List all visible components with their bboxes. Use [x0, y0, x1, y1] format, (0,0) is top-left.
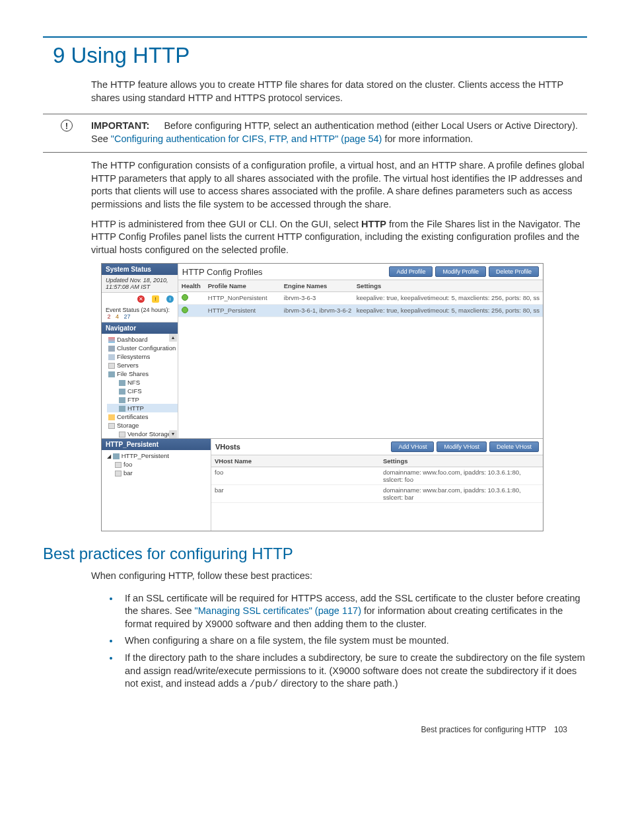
- delete-profile-button[interactable]: Delete Profile: [489, 266, 539, 277]
- top-rule: [43, 36, 587, 38]
- important-body: IMPORTANT: Before configuring HTTP, sele…: [91, 120, 587, 145]
- health-ok-icon: [182, 307, 188, 313]
- admin-paragraph: HTTP is administered from thee GUI or CL…: [91, 218, 587, 257]
- settings-cell: keepalive: true, keepalivetimeout: 5, ma…: [353, 292, 543, 304]
- admin-text-before: HTTP is administered from thee GUI or CL…: [91, 219, 361, 229]
- profile-row[interactable]: HTTP_NonPersistent ibrvm-3-6-3 keepalive…: [178, 292, 543, 305]
- vhosts-title: VHosts: [215, 443, 388, 451]
- gui-screenshot: System Status Updated Nov. 18, 2010, 11:…: [101, 263, 543, 531]
- nav-storage[interactable]: Storage: [107, 421, 178, 430]
- navigator-header: Navigator: [102, 323, 178, 334]
- list-item: If an SSL certificate will be required f…: [120, 592, 587, 631]
- nav-vendor-storage[interactable]: Vendor Storage: [107, 430, 178, 438]
- vhost-name-cell: foo: [211, 467, 380, 484]
- status-icons: ✕ ! i: [102, 293, 178, 305]
- event-yellow-count: 4: [116, 313, 119, 320]
- nav-ftp[interactable]: FTP: [107, 395, 178, 404]
- vhost-row[interactable]: foo domainname: www.foo.com, ipaddrs: 10…: [211, 467, 543, 485]
- tree-list: ◢ HTTP_Persistent foo bar: [102, 450, 211, 500]
- tree-item-bar[interactable]: bar: [106, 469, 207, 477]
- modify-profile-button[interactable]: Modify Profile: [435, 266, 486, 277]
- chapter-title: Using HTTP: [71, 43, 190, 67]
- warning-icon: !: [152, 295, 159, 303]
- chapter-heading: 9 Using HTTP: [53, 43, 587, 68]
- page: 9 Using HTTP The HTTP feature allows you…: [0, 0, 630, 757]
- engine-cell: ibrvm-3-6-1, ibrvm-3-6-2: [281, 305, 353, 317]
- nav-file-shares[interactable]: File Shares: [107, 369, 178, 378]
- col-settings[interactable]: Settings: [353, 280, 543, 291]
- vhost-name-cell: bar: [211, 485, 380, 502]
- admin-http-bold: HTTP: [361, 219, 386, 229]
- important-label: IMPORTANT:: [91, 120, 149, 131]
- col-engine-names[interactable]: Engine Names: [281, 280, 353, 291]
- scroll-down-icon[interactable]: ▾: [169, 430, 177, 438]
- add-vhost-button[interactable]: Add VHost: [391, 441, 434, 452]
- settings-cell: keepalive: true, keepalivetimeout: 5, ma…: [353, 305, 543, 317]
- footer-text: Best practices for configuring HTTP: [421, 725, 546, 734]
- important-icon: !: [61, 120, 73, 132]
- event-red-count: 2: [108, 313, 111, 320]
- nav-servers[interactable]: Servers: [107, 361, 178, 369]
- best-practices-list: If an SSL certificate will be required f…: [104, 592, 587, 691]
- profiles-grid-body: HTTP_NonPersistent ibrvm-3-6-3 keepalive…: [178, 292, 543, 402]
- col-vhost-settings[interactable]: Settings: [380, 455, 543, 467]
- config-paragraph: The HTTP configuration consists of a con…: [91, 159, 587, 211]
- nav-cluster-config[interactable]: Cluster Configuration: [107, 344, 178, 352]
- bullet-text-after: directory to the share path.): [281, 678, 398, 689]
- nav-http[interactable]: HTTP: [107, 404, 178, 412]
- section-heading: Best practices for configuring HTTP: [43, 545, 587, 563]
- health-cell: [178, 292, 205, 304]
- profiles-grid-header: Health Profile Name Engine Names Setting…: [178, 280, 543, 292]
- auth-config-link[interactable]: "Configuring authentication for CIFS, FT…: [111, 134, 382, 144]
- list-item: When configuring a share on a file syste…: [120, 634, 587, 648]
- vhosts-grid-header: VHost Name Settings: [211, 455, 543, 467]
- vhosts-toolbar: VHosts Add VHost Modify VHost Delete VHo…: [211, 439, 543, 455]
- page-footer: Best practices for configuring HTTP 103: [43, 695, 587, 734]
- system-status-updated: Updated Nov. 18, 2010, 11:57:08 AM IST: [102, 275, 178, 293]
- col-profile-name[interactable]: Profile Name: [205, 280, 281, 291]
- nav-filesystems[interactable]: Filesystems: [107, 352, 178, 361]
- col-health[interactable]: Health: [178, 280, 205, 291]
- important-callout: ! IMPORTANT: Before configuring HTTP, se…: [43, 114, 587, 153]
- nav-cifs[interactable]: CIFS: [107, 387, 178, 395]
- delete-vhost-button[interactable]: Delete VHost: [489, 441, 539, 452]
- nav-dashboard[interactable]: Dashboard: [107, 335, 178, 344]
- nav-certificates[interactable]: Certificates: [107, 412, 178, 421]
- event-status-label: Event Status (24 hours):: [106, 307, 170, 313]
- tree-header: HTTP_Persistent: [102, 439, 211, 450]
- tree-root[interactable]: ◢ HTTP_Persistent: [106, 451, 207, 460]
- health-cell: [178, 305, 205, 317]
- navigator-list: ▴ Dashboard Cluster Configuration Filesy…: [102, 334, 178, 438]
- health-ok-icon: [182, 294, 188, 301]
- event-status-row: Event Status (24 hours): 2 4 27: [102, 305, 178, 323]
- important-text-after: for more information.: [384, 134, 473, 144]
- vhost-body-empty: [211, 503, 543, 531]
- profile-name-cell: HTTP_NonPersistent: [205, 292, 281, 304]
- profiles-toolbar: HTTP Config Profiles Add Profile Modify …: [178, 264, 543, 280]
- code-path: /pub/: [250, 679, 279, 689]
- intro-paragraph: The HTTP feature allows you to create HT…: [91, 79, 587, 104]
- chapter-number: 9: [53, 43, 65, 67]
- vhost-settings-cell: domainname: www.foo.com, ipaddrs: 10.3.6…: [380, 467, 543, 484]
- vhost-settings-cell: domainname: www.bar.com, ipaddrs: 10.3.6…: [380, 485, 543, 502]
- vhost-row[interactable]: bar domainname: www.bar.com, ipaddrs: 10…: [211, 485, 543, 503]
- modify-vhost-button[interactable]: Modify VHost: [437, 441, 487, 452]
- ssl-cert-link[interactable]: "Managing SSL certificates" (page 117): [195, 605, 361, 616]
- event-blue-count: 27: [124, 313, 131, 320]
- profile-row[interactable]: HTTP_Persistent ibrvm-3-6-1, ibrvm-3-6-2…: [178, 305, 543, 317]
- tree-item-foo[interactable]: foo: [106, 460, 207, 469]
- info-icon: i: [166, 295, 174, 303]
- section-intro: When configuring HTTP, follow these best…: [91, 570, 587, 583]
- engine-cell: ibrvm-3-6-3: [281, 292, 353, 304]
- col-vhost-name[interactable]: VHost Name: [211, 455, 380, 467]
- profile-name-cell: HTTP_Persistent: [205, 305, 281, 317]
- system-status-header: System Status: [102, 264, 178, 275]
- nav-nfs[interactable]: NFS: [107, 378, 178, 387]
- profiles-title: HTTP Config Profiles: [182, 267, 387, 277]
- error-icon: ✕: [137, 295, 145, 303]
- add-profile-button[interactable]: Add Profile: [389, 266, 433, 277]
- list-item: If the directory path to the share inclu…: [120, 652, 587, 691]
- page-number: 103: [554, 725, 567, 734]
- scroll-up-icon[interactable]: ▴: [169, 334, 177, 342]
